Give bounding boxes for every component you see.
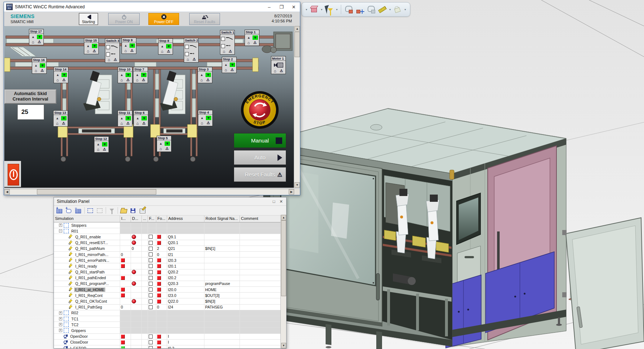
table-row-i-r01-mirrorpath-[interactable]: I_R01_mirrorPath...00I21: [54, 252, 286, 258]
cell-force[interactable]: [148, 246, 156, 251]
fault-icon[interactable]: ⚠: [165, 146, 169, 151]
fault-icon[interactable]: ⚠: [93, 49, 96, 53]
cell-force-value[interactable]: [156, 222, 167, 228]
marquee-select-disabled-icon[interactable]: [96, 208, 103, 214]
cell-output-value[interactable]: [131, 345, 142, 349]
cell-output-value[interactable]: [131, 234, 142, 239]
cell-output-value[interactable]: [131, 287, 142, 292]
cell-input-value[interactable]: [120, 322, 131, 327]
cell-address[interactable]: Q22.0: [167, 298, 204, 304]
cell-robot-signal[interactable]: [204, 252, 240, 257]
cell-spare[interactable]: [142, 310, 148, 316]
stop-lower-button[interactable]: ▼: [206, 73, 211, 77]
fault-icon[interactable]: ⚠: [192, 57, 196, 61]
table-row-closedoor[interactable]: CloseDoorI: [54, 340, 286, 345]
stop-raise-button[interactable]: ▲: [199, 73, 204, 77]
cell-output-value[interactable]: [131, 305, 142, 310]
stop-raise-button[interactable]: ▲: [135, 116, 140, 120]
cell-spare[interactable]: [142, 269, 148, 275]
cell-output-value[interactable]: [131, 222, 142, 228]
fault-icon[interactable]: ⚠: [38, 40, 41, 44]
fault-icon[interactable]: ⚠: [114, 58, 117, 62]
reset-faults-mode-button[interactable]: Reset Faults⚠: [234, 167, 286, 182]
stop-lower-button[interactable]: ▼: [141, 116, 147, 120]
cell-robot-signal[interactable]: HOME: [204, 287, 240, 292]
fault-icon[interactable]: ⚠: [130, 48, 134, 53]
cell-input-value[interactable]: [120, 316, 131, 322]
cell-address[interactable]: I20.3: [167, 258, 204, 263]
fault-icon[interactable]: ⚠: [62, 121, 65, 125]
wincc-titlebar[interactable]: WinCRA SIMATIC WinCC Runtime Advanced – …: [4, 2, 300, 12]
add-table-icon[interactable]: +: [56, 208, 63, 214]
cell-spare[interactable]: [142, 228, 148, 234]
cell-force-value[interactable]: 0: [156, 305, 167, 310]
cell-output-value[interactable]: [131, 334, 142, 339]
cell-address[interactable]: [167, 328, 204, 333]
minimize-button[interactable]: –: [263, 3, 275, 11]
cell-address[interactable]: Q20.3: [167, 281, 204, 286]
cell-force[interactable]: [148, 263, 156, 269]
switch-checkbox[interactable]: [106, 45, 110, 49]
cell-spare[interactable]: [142, 293, 148, 298]
table-row-tc2[interactable]: +TC2: [54, 322, 286, 328]
cell-force-value[interactable]: 0: [156, 252, 167, 257]
column-header-simulation[interactable]: Simulation: [54, 216, 120, 222]
cell-force-value[interactable]: [156, 240, 167, 246]
cell-input-value[interactable]: [120, 328, 131, 333]
close-button[interactable]: ✕: [288, 3, 300, 11]
cell-spare[interactable]: [142, 345, 148, 349]
stop-lower-button[interactable]: ▼: [37, 35, 42, 39]
column-header-address[interactable]: Address: [167, 216, 204, 222]
stop-raise-button[interactable]: ▲: [119, 73, 124, 77]
emergency-stop-button[interactable]: EMERGENCY STOP: [240, 90, 279, 129]
fault-icon[interactable]: ⚠: [126, 78, 130, 82]
expand-icon[interactable]: +: [59, 329, 62, 332]
cell-force-value[interactable]: [156, 310, 167, 316]
cell-force-value[interactable]: [156, 345, 167, 349]
panel-close-button[interactable]: ✕: [277, 199, 285, 204]
cell-address[interactable]: [167, 322, 204, 327]
table-row-i-r01-pathended[interactable]: I_R01_pathEndedI20.2: [54, 275, 286, 281]
cell-force[interactable]: [148, 252, 156, 257]
cell-comment[interactable]: [240, 275, 281, 281]
table-row-r02[interactable]: +R02: [54, 310, 286, 316]
fault-icon[interactable]: ⚠: [62, 78, 65, 82]
measure-ruler-icon[interactable]: [378, 5, 387, 14]
runtime-stop-button[interactable]: [8, 164, 19, 186]
cell-force[interactable]: [148, 334, 156, 339]
cell-force[interactable]: [148, 345, 156, 349]
cell-output-value[interactable]: [131, 269, 142, 275]
stop-raise-button[interactable]: ▲: [119, 116, 124, 120]
fault-icon[interactable]: ⚠: [253, 41, 257, 45]
cell-input-value[interactable]: [120, 228, 131, 234]
cell-output-value[interactable]: [131, 340, 142, 345]
cell-robot-signal[interactable]: $OUT[3]: [204, 293, 240, 298]
cell-comment[interactable]: [240, 293, 281, 298]
cell-force-value[interactable]: [156, 334, 167, 339]
cell-force[interactable]: [148, 316, 156, 322]
cell-spare[interactable]: [142, 234, 148, 239]
cell-comment[interactable]: [240, 310, 281, 316]
expand-icon[interactable]: +: [59, 311, 62, 315]
grab-part-icon[interactable]: [344, 5, 353, 14]
stop-raise-button[interactable]: ▲: [33, 63, 39, 68]
stop-lower-button[interactable]: ▼: [230, 63, 235, 67]
manual-mode-button[interactable]: Manual: [234, 133, 286, 148]
cell-output-value[interactable]: [131, 293, 142, 298]
cell-spare[interactable]: [142, 222, 148, 228]
stop-lower-button[interactable]: ▼: [61, 116, 67, 120]
cell-address[interactable]: Q21: [167, 246, 204, 251]
stop-raise-button[interactable]: ▲: [246, 35, 251, 40]
cell-force-value[interactable]: [156, 293, 167, 298]
cell-address[interactable]: [167, 310, 204, 316]
reset-faults-button[interactable]: Reset Faults: [189, 13, 220, 25]
fault-icon[interactable]: ⚠: [126, 121, 130, 125]
table-row-i-r01-errorpathn-[interactable]: I_R01_errorPathN...I20.3: [54, 258, 286, 263]
switch-checkbox[interactable]: [221, 37, 225, 41]
cell-robot-signal[interactable]: [204, 322, 240, 327]
stop-raise-button[interactable]: ▲: [223, 63, 229, 67]
cell-output-value[interactable]: [131, 316, 142, 322]
panel-vertical-scrollbar[interactable]: ▲ ▼: [280, 215, 286, 348]
cell-output-value[interactable]: [131, 275, 142, 281]
expand-icon[interactable]: +: [59, 224, 62, 227]
